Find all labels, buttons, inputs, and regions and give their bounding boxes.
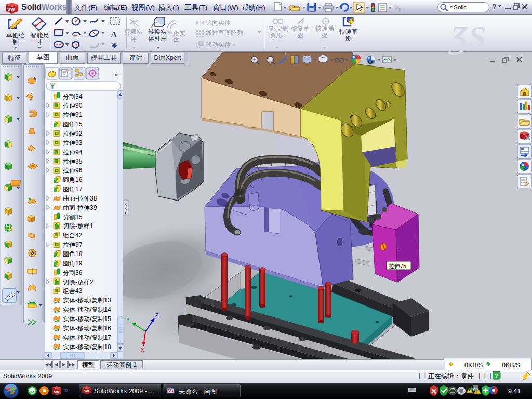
svg-text:拉伸96: 拉伸96	[62, 167, 83, 174]
svg-text:»: »	[64, 386, 68, 394]
svg-text:组合43: 组合43	[62, 287, 83, 295]
svg-text:拉伸95: 拉伸95	[62, 158, 83, 165]
svg-text:SW: SW	[7, 7, 15, 12]
svg-text:拉伸93: 拉伸93	[62, 139, 83, 147]
svg-text:组合42: 组合42	[62, 232, 83, 239]
svg-text:»: »	[114, 71, 118, 78]
svg-text:分割34: 分割34	[63, 93, 83, 100]
svg-text:Solic: Solic	[454, 4, 467, 10]
svg-text:拉伸92: 拉伸92	[62, 130, 83, 137]
svg-text:实体-移动/复制13: 实体-移动/复制13	[63, 297, 111, 304]
svg-text:圆角17: 圆角17	[63, 185, 83, 193]
svg-text:0KB/S: 0KB/S	[464, 362, 483, 369]
svg-text:圆角19: 圆角19	[63, 260, 83, 267]
svg-text:SW: SW	[84, 389, 89, 393]
svg-text:切除-放样1: 切除-放样1	[62, 222, 94, 230]
svg-text:实体-移动/复制18: 实体-移动/复制18	[63, 343, 111, 351]
svg-text:圆角15: 圆角15	[63, 121, 83, 128]
svg-text:拉伸94: 拉伸94	[62, 149, 83, 156]
svg-text:曲面-拉伸38: 曲面-拉伸38	[63, 195, 97, 202]
svg-text:分割35: 分割35	[63, 214, 83, 221]
svg-text:拉伸75: 拉伸75	[389, 263, 406, 269]
svg-text:拉伸90: 拉伸90	[62, 102, 83, 109]
svg-text:X: X	[141, 347, 144, 353]
svg-text:拉伸91: 拉伸91	[62, 111, 83, 118]
svg-text:实体-移动/复制17: 实体-移动/复制17	[63, 334, 111, 341]
svg-text:拉伸97: 拉伸97	[62, 241, 83, 248]
svg-text:Z: Z	[155, 313, 158, 318]
svg-text:9:41: 9:41	[508, 388, 521, 395]
svg-text:Y: Y	[126, 317, 130, 323]
svg-text:A: A	[111, 30, 117, 39]
svg-text:实体-移动/复制16: 实体-移动/复制16	[63, 325, 111, 332]
svg-text:曲面-拉伸39: 曲面-拉伸39	[63, 204, 97, 211]
svg-text:实体-移动/复制15: 实体-移动/复制15	[63, 315, 111, 323]
svg-text:实体-移动/复制14: 实体-移动/复制14	[63, 306, 111, 313]
svg-text:¹⁄₂..: ¹⁄₂..	[395, 4, 405, 12]
svg-text:圆角16: 圆角16	[63, 176, 83, 183]
svg-text:圆角18: 圆角18	[63, 250, 83, 258]
svg-text:?: ?	[495, 373, 498, 379]
svg-text:分割36: 分割36	[63, 269, 83, 276]
svg-text:SW: SW	[54, 390, 60, 394]
svg-text:0KB/S: 0KB/S	[502, 362, 520, 369]
svg-text:切除-放样2: 切除-放样2	[62, 278, 94, 286]
